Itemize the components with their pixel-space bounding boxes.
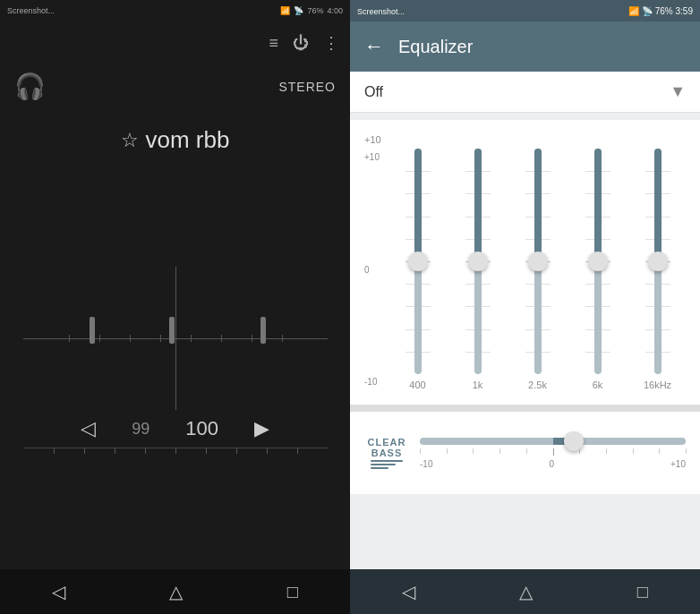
station-name-area: ☆ vom rbb (0, 108, 350, 163)
freq-center: 100 (185, 417, 218, 440)
band-400-slider[interactable] (405, 149, 431, 374)
scale-tick (236, 448, 237, 454)
db-side-labels: +10 0 -10 (364, 149, 386, 390)
wifi-icon-right: 📡 (642, 6, 653, 16)
preset-label: Off (364, 84, 670, 100)
back-button[interactable]: ← (364, 35, 384, 58)
screenshot-label-right: Screenshot... (357, 7, 405, 16)
right-right-status: 📶 📡 76% 3:59 (628, 6, 693, 16)
band-400-label: 400 (409, 379, 425, 390)
headphone-icon: 🎧 (14, 72, 46, 101)
bt5 (526, 448, 527, 454)
bt2 (447, 448, 448, 454)
band-fill-top (654, 149, 662, 261)
bass-min-label: -10 (420, 459, 432, 469)
tuner-crosshair (23, 267, 328, 410)
bt1 (420, 448, 421, 454)
bt3 (473, 448, 474, 454)
eq-bands-container: +10 +10 0 -10 (350, 120, 700, 405)
next-freq-button[interactable]: ▶ (254, 417, 269, 440)
band-6k-thumb[interactable] (588, 252, 608, 271)
band-fill-top (534, 149, 542, 261)
db-label-bottom: -10 (364, 377, 386, 387)
nav-back-left[interactable]: ◁ (52, 581, 65, 602)
time-right: 3:59 (676, 6, 693, 16)
tick-3 (130, 335, 131, 342)
bt10 (659, 448, 660, 454)
band-2_5k-thumb[interactable] (528, 252, 548, 271)
stereo-label: STEREO (278, 80, 336, 94)
band-2_5k: 2.5k (509, 149, 566, 390)
band-2_5k-slider[interactable] (525, 149, 551, 374)
band-400: 400 (389, 149, 446, 390)
scale-tick (175, 448, 176, 454)
preset-dropdown-icon: ▼ (670, 82, 686, 101)
bt11 (686, 448, 687, 454)
band-16k: 16kHz (629, 149, 686, 390)
scale-tick (84, 448, 85, 454)
scale-area (23, 448, 328, 465)
headphone-area: 🎧 STEREO (0, 64, 350, 108)
band-400-thumb[interactable] (408, 252, 428, 271)
signal-bar-1 (90, 317, 95, 344)
status-bar-left: Screenshot... 📶 📡 76% 4:00 (0, 0, 350, 21)
bt4 (499, 448, 500, 454)
left-status-icons: Screenshot... (7, 6, 55, 15)
scale-tick (115, 448, 115, 454)
band-16k-slider[interactable] (645, 149, 670, 374)
prev-freq-button[interactable]: ◁ (81, 417, 96, 440)
band-2_5k-label: 2.5k (528, 379, 547, 390)
nav-home-left[interactable]: △ (169, 581, 183, 602)
left-panel: Screenshot... 📶 📡 76% 4:00 ≡ ⏻ ⋮ 🎧 STERE… (0, 0, 350, 614)
bt9 (633, 448, 634, 454)
battery-right: 76% (655, 6, 673, 16)
signal-bar-3 (260, 317, 266, 344)
favorite-star-icon[interactable]: ☆ (121, 129, 139, 152)
tick-7 (252, 335, 252, 342)
band-1k-thumb[interactable] (468, 252, 488, 271)
screenshot-label: Screenshot... (7, 6, 55, 15)
bass-ticks (420, 448, 686, 457)
bt6-zero (553, 448, 554, 456)
preset-row[interactable]: Off ▼ (350, 72, 700, 113)
db-top-label: +10 (364, 134, 381, 145)
clear-text: CLEAR (368, 437, 406, 448)
eq-content: Off ▼ +10 +10 0 -10 (350, 72, 700, 569)
db-label-zero: 0 (364, 265, 386, 275)
band-16k-thumb[interactable] (648, 252, 668, 271)
band-6k-slider[interactable] (585, 149, 610, 374)
db-label-top: +10 (364, 152, 386, 162)
nav-recent-left[interactable]: □ (287, 582, 298, 602)
more-icon[interactable]: ⋮ (323, 33, 339, 53)
right-left-status: Screenshot... (357, 6, 405, 16)
station-name: vom rbb (146, 126, 230, 154)
band-fill-top (594, 149, 602, 261)
bookmark-icon[interactable]: ≡ (269, 34, 278, 53)
band-1k: 1k (449, 149, 506, 390)
bass-thumb[interactable] (564, 431, 584, 451)
scale-tick (54, 448, 55, 454)
time-left: 4:00 (327, 6, 343, 15)
band-6k: 6k (569, 149, 626, 390)
status-bar-right: Screenshot... 📶 📡 76% 3:59 (350, 0, 700, 21)
bass-text: BASS (371, 448, 403, 458)
power-icon[interactable]: ⏻ (293, 34, 309, 53)
bass-slider-wrapper: -10 0 +10 (420, 426, 686, 480)
battery-left: 76% (307, 6, 323, 15)
tuner-area: ◁ 99 100 ▶ (0, 163, 350, 569)
tick-2 (99, 335, 100, 342)
tick-6 (221, 335, 222, 342)
nav-home-right[interactable]: △ (519, 581, 533, 602)
right-status-icons: 📶 📡 76% 4:00 (280, 6, 343, 15)
band-1k-slider[interactable] (465, 149, 491, 374)
bass-line-2 (371, 464, 396, 465)
nav-recent-right[interactable]: □ (637, 582, 648, 602)
signal-icon: 📶 (280, 6, 290, 15)
divider (350, 405, 700, 412)
nav-bar-right: ◁ △ □ (350, 569, 700, 614)
tick-5 (191, 335, 192, 342)
bass-lines (371, 460, 403, 469)
nav-back-right[interactable]: ◁ (402, 581, 415, 602)
scale-tick (297, 448, 298, 454)
freq-left: 99 (132, 420, 149, 439)
